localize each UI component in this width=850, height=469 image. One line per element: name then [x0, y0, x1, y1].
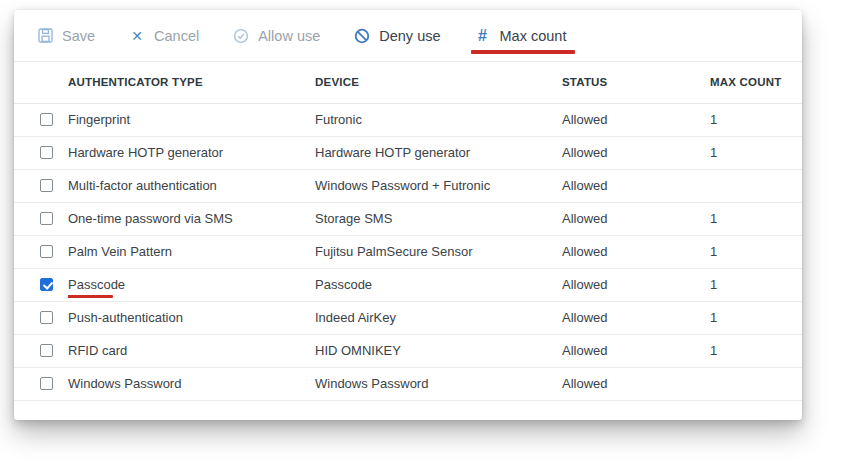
device-cell: Windows Password + Futronic	[315, 169, 562, 202]
row-checkbox[interactable]	[40, 245, 53, 258]
floppy-disk-icon	[37, 28, 53, 44]
authenticators-panel: Save ✕ Cancel Allow use Deny use	[14, 10, 802, 420]
authenticator-type-cell: Hardware HOTP generator	[68, 145, 223, 160]
checkbox-cell	[14, 169, 68, 202]
checkbox-cell	[14, 235, 68, 268]
annotation-underline-max-count	[471, 50, 576, 54]
device-cell: Storage SMS	[315, 202, 562, 235]
header-authenticator-type: AUTHENTICATOR TYPE	[68, 62, 315, 103]
header-status: STATUS	[562, 62, 710, 103]
row-checkbox[interactable]	[40, 278, 53, 291]
cancel-label: Cancel	[154, 28, 199, 44]
authenticator-type-cell: Windows Password	[68, 376, 181, 391]
max-count-cell: 1	[710, 334, 802, 367]
status-cell: Allowed	[562, 136, 710, 169]
cancel-button[interactable]: ✕ Cancel	[129, 26, 199, 46]
status-cell: Allowed	[562, 334, 710, 367]
hash-icon: #	[475, 28, 491, 44]
max-count-cell: 1	[710, 136, 802, 169]
row-checkbox[interactable]	[40, 113, 53, 126]
allow-use-button[interactable]: Allow use	[233, 26, 320, 46]
row-checkbox[interactable]	[40, 212, 53, 225]
authenticators-table: AUTHENTICATOR TYPE DEVICE STATUS MAX COU…	[14, 62, 802, 401]
authenticator-type-cell: Passcode	[68, 277, 125, 292]
authenticator-type-cell: Fingerprint	[68, 112, 130, 127]
table-row[interactable]: Palm Vein Pattern Fujitsu PalmSecure Sen…	[14, 235, 802, 268]
max-count-cell	[710, 169, 802, 202]
status-cell: Allowed	[562, 268, 710, 301]
table-row[interactable]: One-time password via SMS Storage SMS Al…	[14, 202, 802, 235]
authenticator-type-cell: One-time password via SMS	[68, 211, 233, 226]
checkbox-cell	[14, 103, 68, 136]
save-label: Save	[62, 28, 95, 44]
device-cell: Fujitsu PalmSecure Sensor	[315, 235, 562, 268]
allow-use-label: Allow use	[258, 28, 320, 44]
table-row[interactable]: Windows Password Windows Password Allowe…	[14, 367, 802, 400]
table-row[interactable]: Hardware HOTP generator Hardware HOTP ge…	[14, 136, 802, 169]
max-count-cell: 1	[710, 301, 802, 334]
block-icon	[354, 28, 370, 44]
max-count-button[interactable]: # Max count	[475, 26, 567, 46]
row-checkbox[interactable]	[40, 344, 53, 357]
authenticator-type-cell: Push-authentication	[68, 310, 183, 325]
header-device: DEVICE	[315, 62, 562, 103]
authenticator-type-cell: Palm Vein Pattern	[68, 244, 172, 259]
status-cell: Allowed	[562, 103, 710, 136]
save-button[interactable]: Save	[37, 26, 95, 46]
row-checkbox[interactable]	[40, 311, 53, 324]
device-cell: Futronic	[315, 103, 562, 136]
status-cell: Allowed	[562, 169, 710, 202]
table-row[interactable]: RFID card HID OMNIKEY Allowed 1	[14, 334, 802, 367]
checkbox-cell	[14, 268, 68, 301]
authenticator-type-cell: Multi-factor authentication	[68, 178, 217, 193]
table-row[interactable]: Passcode Passcode Allowed 1	[14, 268, 802, 301]
device-cell: Hardware HOTP generator	[315, 136, 562, 169]
annotation-underline-passcode	[68, 295, 113, 298]
max-count-label: Max count	[500, 28, 567, 44]
deny-use-button[interactable]: Deny use	[354, 26, 440, 46]
checkbox-cell	[14, 136, 68, 169]
device-cell: Windows Password	[315, 367, 562, 400]
x-icon: ✕	[129, 28, 145, 44]
checkbox-cell	[14, 202, 68, 235]
row-checkbox[interactable]	[40, 179, 53, 192]
authenticator-type-cell: RFID card	[68, 343, 127, 358]
header-max-count: MAX COUNT	[710, 62, 802, 103]
checkbox-cell	[14, 334, 68, 367]
check-circle-icon	[233, 28, 249, 44]
status-cell: Allowed	[562, 301, 710, 334]
table-header-row: AUTHENTICATOR TYPE DEVICE STATUS MAX COU…	[14, 62, 802, 103]
table-row[interactable]: Multi-factor authentication Windows Pass…	[14, 169, 802, 202]
table-row[interactable]: Fingerprint Futronic Allowed 1	[14, 103, 802, 136]
deny-use-label: Deny use	[379, 28, 440, 44]
header-checkbox-spacer	[14, 62, 68, 103]
checkbox-cell	[14, 301, 68, 334]
checkbox-cell	[14, 367, 68, 400]
table-row[interactable]: Push-authentication Indeed AirKey Allowe…	[14, 301, 802, 334]
max-count-cell: 1	[710, 103, 802, 136]
status-cell: Allowed	[562, 202, 710, 235]
max-count-cell: 1	[710, 235, 802, 268]
max-count-cell: 1	[710, 202, 802, 235]
row-checkbox[interactable]	[40, 377, 53, 390]
status-cell: Allowed	[562, 367, 710, 400]
device-cell: HID OMNIKEY	[315, 334, 562, 367]
max-count-cell	[710, 367, 802, 400]
device-cell: Indeed AirKey	[315, 301, 562, 334]
toolbar: Save ✕ Cancel Allow use Deny use	[14, 10, 802, 62]
status-cell: Allowed	[562, 235, 710, 268]
row-checkbox[interactable]	[40, 146, 53, 159]
max-count-cell: 1	[710, 268, 802, 301]
device-cell: Passcode	[315, 268, 562, 301]
